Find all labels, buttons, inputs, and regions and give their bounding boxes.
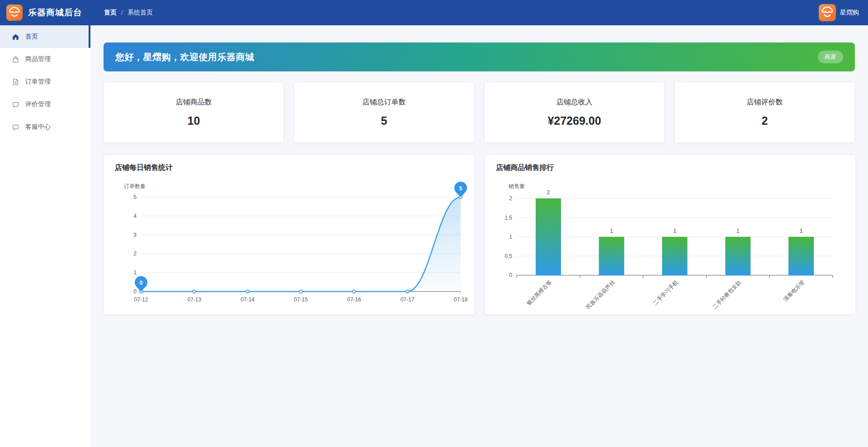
svg-text:1: 1 bbox=[736, 228, 740, 234]
stat-card-reviews: 店铺评价数 2 bbox=[675, 82, 855, 143]
stat-label: 店铺商品数 bbox=[176, 98, 212, 107]
stat-value: 2 bbox=[762, 114, 768, 127]
line-series-area bbox=[141, 197, 461, 292]
chat-icon bbox=[12, 123, 19, 131]
svg-text:0: 0 bbox=[133, 288, 137, 295]
bar-0 bbox=[536, 198, 561, 275]
bar-3 bbox=[725, 237, 750, 275]
user-avatar bbox=[819, 4, 836, 21]
stat-value: 10 bbox=[188, 114, 200, 127]
svg-text:2: 2 bbox=[509, 195, 512, 202]
svg-text:07-13: 07-13 bbox=[187, 296, 201, 303]
svg-text:订单数量: 订单数量 bbox=[124, 183, 146, 189]
svg-text:07-16: 07-16 bbox=[347, 296, 361, 303]
app-title: 乐器商城后台 bbox=[28, 7, 82, 19]
svg-text:2: 2 bbox=[133, 250, 137, 257]
sidebar-item-home[interactable]: 首页 bbox=[0, 25, 90, 48]
breadcrumb-separator: / bbox=[121, 9, 123, 16]
bar-4 bbox=[788, 237, 814, 275]
welcome-banner: 您好，星熠购，欢迎使用乐器商城 商家 bbox=[104, 42, 855, 71]
sidebar-item-label: 订单管理 bbox=[25, 78, 51, 86]
sidebar-item-label: 首页 bbox=[25, 33, 38, 41]
stat-label: 店铺总收入 bbox=[557, 98, 593, 107]
sidebar-item-reviews[interactable]: 评价管理 bbox=[0, 93, 90, 116]
svg-text:1: 1 bbox=[610, 228, 613, 234]
svg-text:二手学习手机: 二手学习手机 bbox=[652, 279, 679, 306]
stat-card-products: 店铺商品数 10 bbox=[104, 82, 284, 143]
comment-icon bbox=[12, 101, 19, 108]
svg-text:销售量: 销售量 bbox=[508, 183, 525, 189]
breadcrumb-home[interactable]: 首页 bbox=[104, 9, 117, 17]
svg-text:二手轻奢包女款: 二手轻奢包女款 bbox=[711, 279, 742, 310]
sidebar: 首页 商品管理 订单管理 评价管理 客服中心 bbox=[0, 25, 90, 447]
stat-card-orders: 店铺总订单数 5 bbox=[294, 82, 474, 143]
chart-title: 店铺每日销售统计 bbox=[115, 163, 463, 173]
daily-sales-line-chart-card: 店铺每日销售统计 订单数量01234507-1207-1307-1407-150… bbox=[104, 155, 475, 315]
line-chart-svg: 订单数量01234507-1207-1307-1407-1507-1607-17… bbox=[115, 174, 463, 310]
svg-text:1.5: 1.5 bbox=[505, 215, 512, 221]
sidebar-item-support[interactable]: 客服中心 bbox=[0, 116, 90, 138]
sidebar-item-orders[interactable]: 订单管理 bbox=[0, 71, 90, 93]
svg-text:3: 3 bbox=[133, 232, 137, 238]
user-menu[interactable]: 星熠购 bbox=[819, 4, 859, 21]
svg-text:民族乐器葫芦丝: 民族乐器葫芦丝 bbox=[585, 279, 616, 310]
sidebar-item-label: 客服中心 bbox=[25, 123, 51, 131]
charts-row: 店铺每日销售统计 订单数量01234507-1207-1307-1407-150… bbox=[104, 155, 855, 315]
storefront-smile-icon bbox=[6, 5, 23, 21]
main-content: 您好，星熠购，欢迎使用乐器商城 商家 店铺商品数 10 店铺总订单数 5 店铺总… bbox=[90, 25, 868, 447]
sidebar-item-label: 商品管理 bbox=[25, 55, 51, 63]
svg-text:0: 0 bbox=[509, 272, 512, 278]
svg-text:2: 2 bbox=[547, 189, 550, 196]
chart-title: 店铺商品销售排行 bbox=[496, 163, 844, 173]
bag-icon bbox=[12, 56, 19, 63]
sidebar-item-products[interactable]: 商品管理 bbox=[0, 48, 90, 71]
svg-text:1: 1 bbox=[800, 228, 803, 234]
bar-2 bbox=[662, 237, 688, 275]
svg-text:1: 1 bbox=[509, 234, 512, 240]
svg-text:07-14: 07-14 bbox=[241, 296, 255, 303]
svg-text:07-12: 07-12 bbox=[134, 296, 148, 303]
svg-text:演奏电乐管: 演奏电乐管 bbox=[782, 279, 806, 302]
svg-text:07-18: 07-18 bbox=[454, 296, 468, 303]
breadcrumb-current: 系统首页 bbox=[127, 9, 153, 17]
svg-text:5: 5 bbox=[459, 185, 462, 192]
stats-row: 店铺商品数 10 店铺总订单数 5 店铺总收入 ¥27269.00 店铺评价数 … bbox=[104, 82, 855, 143]
daily-sales-line-chart: 订单数量01234507-1207-1307-1407-1507-1607-17… bbox=[115, 174, 463, 310]
role-badge: 商家 bbox=[818, 51, 843, 63]
svg-text:0.5: 0.5 bbox=[505, 253, 512, 259]
svg-text:1: 1 bbox=[133, 269, 137, 276]
line-series bbox=[141, 197, 461, 292]
sidebar-item-label: 评价管理 bbox=[25, 100, 51, 108]
product-ranking-bar-chart-card: 店铺商品销售排行 销售量00.511.522银丝黑檀古筝1民族乐器葫芦丝1二手学… bbox=[485, 155, 856, 315]
mark-point-pin: 5 bbox=[454, 182, 467, 197]
svg-text:银丝黑檀古筝: 银丝黑檀古筝 bbox=[525, 279, 553, 307]
stat-label: 店铺总订单数 bbox=[363, 98, 406, 107]
home-icon bbox=[12, 33, 19, 41]
product-ranking-bar-chart: 销售量00.511.522银丝黑檀古筝1民族乐器葫芦丝1二手学习手机1二手轻奢包… bbox=[496, 174, 844, 310]
stat-label: 店铺评价数 bbox=[747, 98, 783, 107]
svg-text:0: 0 bbox=[140, 280, 143, 286]
bar-1 bbox=[599, 237, 624, 275]
bar-chart-svg: 销售量00.511.522银丝黑檀古筝1民族乐器葫芦丝1二手学习手机1二手轻奢包… bbox=[496, 174, 844, 310]
stat-value: 5 bbox=[381, 114, 387, 127]
svg-text:07-17: 07-17 bbox=[401, 296, 415, 303]
svg-text:5: 5 bbox=[133, 194, 137, 200]
stat-card-revenue: 店铺总收入 ¥27269.00 bbox=[484, 82, 665, 143]
stat-value: ¥27269.00 bbox=[547, 114, 601, 127]
document-icon bbox=[12, 78, 19, 86]
breadcrumb: 首页 / 系统首页 bbox=[104, 9, 153, 17]
mark-point-pin: 0 bbox=[135, 276, 147, 292]
svg-text:07-15: 07-15 bbox=[294, 296, 308, 303]
top-navbar: 乐器商城后台 首页 / 系统首页 星熠购 bbox=[0, 0, 868, 25]
welcome-greeting: 您好，星熠购，欢迎使用乐器商城 bbox=[115, 51, 255, 63]
user-name: 星熠购 bbox=[840, 9, 859, 17]
svg-text:1: 1 bbox=[673, 228, 676, 234]
svg-text:4: 4 bbox=[133, 213, 137, 219]
